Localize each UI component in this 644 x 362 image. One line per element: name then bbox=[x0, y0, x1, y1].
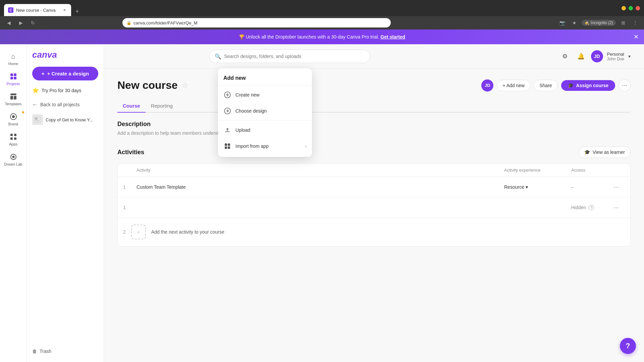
svg-rect-1 bbox=[14, 73, 16, 76]
notifications-icon[interactable]: 🔔 bbox=[575, 50, 587, 62]
left-panel: canva + + Create a design ⭐ Try Pro for … bbox=[27, 44, 104, 362]
course-more-button[interactable]: ··· bbox=[619, 79, 631, 92]
svg-rect-0 bbox=[10, 73, 13, 76]
svg-rect-11 bbox=[10, 137, 13, 140]
trash-button[interactable]: 🗑 Trash bbox=[32, 346, 98, 357]
browser-actions: 📷 ★ 🕵 Incognito (2) ⊞ ⋮ bbox=[557, 18, 640, 27]
sidebar-brand-label: Brand bbox=[8, 122, 18, 126]
help-label: ? bbox=[626, 342, 630, 350]
assign-course-button[interactable]: 🎓 Assign course bbox=[561, 80, 615, 91]
back-nav-button[interactable]: ◀ bbox=[4, 18, 13, 27]
notifications-wrapper: 🔔 bbox=[575, 50, 587, 62]
close-button[interactable] bbox=[636, 6, 640, 10]
col-access: Access bbox=[571, 168, 611, 173]
add-activity-num: 2 bbox=[123, 229, 126, 235]
star-pro-icon: ⭐ bbox=[32, 87, 39, 94]
help-button[interactable]: ? bbox=[620, 338, 636, 354]
row-2-more-button[interactable]: ⋯ bbox=[611, 203, 621, 212]
dropdown-import-label: Import from app bbox=[235, 143, 269, 149]
camera-icon[interactable]: 📷 bbox=[557, 18, 567, 27]
search-bar[interactable]: 🔍 bbox=[209, 50, 370, 63]
sidebar-item-projects[interactable]: Projects bbox=[1, 70, 25, 88]
minimize-button[interactable] bbox=[622, 6, 626, 10]
sidebar-projects-label: Projects bbox=[7, 82, 20, 86]
search-input[interactable] bbox=[224, 54, 364, 59]
svg-rect-15 bbox=[35, 120, 40, 121]
assign-icon: 🎓 bbox=[568, 83, 574, 88]
dropdown-upload[interactable]: Upload bbox=[218, 122, 312, 138]
row-1-more-button[interactable]: ⋯ bbox=[611, 182, 621, 192]
reload-button[interactable]: ↻ bbox=[28, 18, 38, 27]
svg-rect-19 bbox=[228, 143, 230, 146]
address-bar-row: ◀ ▶ ↻ 🔒 canva.com/folder/FAFVwcrQe_M 📷 ★… bbox=[0, 16, 644, 29]
upload-icon bbox=[223, 126, 231, 134]
description-title: Description bbox=[117, 121, 631, 128]
bookmark-icon[interactable]: ★ bbox=[570, 18, 579, 27]
svg-rect-2 bbox=[10, 77, 13, 79]
sidebar-apps-label: Apps bbox=[9, 142, 17, 146]
try-pro-row[interactable]: ⭐ Try Pro for 30 days bbox=[32, 84, 98, 96]
dropdown-import-from-app[interactable]: Import from app › bbox=[218, 138, 312, 154]
table-row: 1 Custom Team Template Resource ▾ – ⋯ bbox=[118, 177, 630, 197]
description-section: Description Add a description to help te… bbox=[117, 121, 631, 136]
sidebar-item-apps[interactable]: Apps bbox=[1, 130, 25, 149]
tab-close-button[interactable]: ✕ bbox=[62, 7, 67, 13]
dropdown-choose-design[interactable]: Choose design bbox=[218, 103, 312, 119]
table-row: 1 Hidden ? ⋯ bbox=[118, 197, 630, 218]
tab-reporting[interactable]: Reporting bbox=[146, 100, 178, 113]
account-type: Personal bbox=[607, 52, 624, 57]
new-tab-button[interactable]: + bbox=[72, 7, 82, 16]
tab-favicon: C bbox=[8, 7, 13, 13]
hidden-label: Hidden bbox=[571, 205, 586, 210]
promo-close-button[interactable]: ✕ bbox=[634, 33, 639, 41]
extensions-icon[interactable]: ⊞ bbox=[619, 18, 628, 27]
col-activity: Activity bbox=[137, 168, 504, 173]
dropdown-create-new[interactable]: Create new bbox=[218, 87, 312, 103]
settings-icon[interactable]: ⚙ bbox=[559, 50, 571, 62]
view-as-learner-button[interactable]: 🎓 View as learner bbox=[579, 146, 631, 158]
promo-link[interactable]: Get started bbox=[380, 34, 405, 40]
back-to-projects-button[interactable]: ← Back to all projects bbox=[32, 100, 98, 109]
home-icon: ⌂ bbox=[9, 52, 17, 60]
plus-icon bbox=[223, 91, 231, 99]
maximize-button[interactable] bbox=[629, 6, 633, 10]
grid-icon bbox=[223, 142, 231, 150]
sidebar: ⌂ Home Projects Templates Brand bbox=[0, 44, 27, 362]
course-header: New course ☆ JD + Add new Share 🎓 bbox=[117, 79, 631, 92]
dropdown-upload-label: Upload bbox=[235, 127, 250, 133]
browser-tabs: C New course - Canva ✕ + bbox=[4, 0, 82, 16]
address-bar[interactable]: 🔒 canva.com/folder/FAFVwcrQe_M bbox=[122, 18, 391, 27]
promo-text: 🏆 Unlock all the Droptober launches with… bbox=[239, 34, 379, 40]
forward-nav-button[interactable]: ▶ bbox=[16, 18, 25, 27]
add-new-button[interactable]: + Add new bbox=[497, 80, 530, 91]
app-layout: ⌂ Home Projects Templates Brand bbox=[0, 44, 644, 362]
description-hint: Add a description to help team members u… bbox=[117, 130, 631, 136]
user-avatar[interactable]: JD bbox=[591, 50, 603, 62]
brand-icon bbox=[9, 113, 17, 121]
sidebar-dreamlab-label: Dream Lab bbox=[4, 162, 22, 166]
browser-menu-icon[interactable]: ⋮ bbox=[631, 18, 640, 27]
tab-course[interactable]: Course bbox=[117, 100, 146, 113]
search-icon: 🔍 bbox=[215, 53, 221, 60]
sidebar-item-brand[interactable]: Brand bbox=[1, 110, 25, 129]
dropdown-create-label: Create new bbox=[235, 92, 260, 98]
sidebar-item-dreamlab[interactable]: Dream Lab bbox=[1, 150, 25, 169]
recent-design-item[interactable]: Copy of Get to Know Y... bbox=[32, 113, 98, 126]
course-actions: JD + Add new Share 🎓 Assign course ··· bbox=[481, 79, 631, 92]
favorite-star-icon[interactable]: ☆ bbox=[182, 81, 189, 90]
create-design-button[interactable]: + + Create a design bbox=[32, 67, 98, 80]
circle-arrow-icon bbox=[223, 107, 231, 115]
user-dropdown-chevron[interactable]: ▾ bbox=[628, 54, 631, 59]
trash-label: Trash bbox=[40, 349, 51, 354]
table-header: Activity Activity experience Access bbox=[118, 164, 630, 177]
back-arrow-icon: ← bbox=[32, 102, 38, 108]
active-tab[interactable]: C New course - Canva ✕ bbox=[4, 4, 71, 16]
col-experience: Activity experience bbox=[504, 168, 571, 173]
share-button[interactable]: Share bbox=[534, 80, 557, 91]
window-controls bbox=[622, 6, 640, 10]
main-content: 🔍 ⚙ 🔔 JD Personal John Doe ▾ bbox=[104, 44, 644, 362]
sidebar-item-home[interactable]: ⌂ Home bbox=[1, 50, 25, 68]
sidebar-home-label: Home bbox=[8, 62, 18, 66]
activity-table: Activity Activity experience Access 1 Cu… bbox=[117, 163, 631, 246]
sidebar-item-templates[interactable]: Templates bbox=[1, 90, 25, 109]
